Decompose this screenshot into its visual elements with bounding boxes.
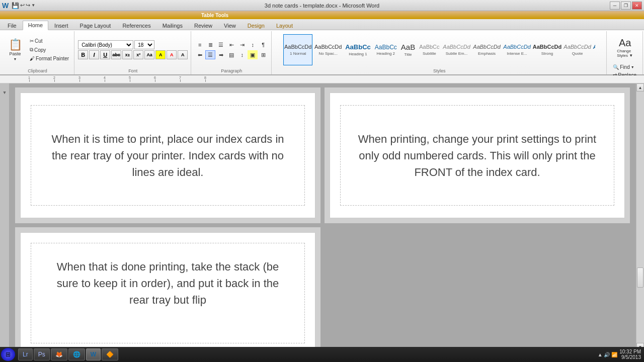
scroll-thumb[interactable] xyxy=(637,267,643,288)
chrome-icon: 🌐 xyxy=(73,351,80,358)
increase-indent-button[interactable]: ⇥ xyxy=(237,40,247,49)
text-highlight-button[interactable]: A xyxy=(155,50,166,59)
style-heading2-label: Heading 2 xyxy=(377,51,395,56)
tab-view[interactable]: View xyxy=(218,21,242,30)
save-icon[interactable]: 💾 xyxy=(12,2,19,9)
tab-design[interactable]: Design xyxy=(242,21,270,30)
window-title: 3d note cards - template.docx - Microsof… xyxy=(265,3,379,9)
word-icon: W xyxy=(2,2,9,10)
numbering-button[interactable]: ≣ xyxy=(205,40,215,49)
style-heading1[interactable]: AaBbCc Heading 1 xyxy=(344,34,372,65)
strikethrough-button[interactable]: abc xyxy=(111,50,121,59)
copy-button[interactable]: ⧉ Copy xyxy=(28,46,71,54)
show-marks-button[interactable]: ¶ xyxy=(258,40,268,49)
index-card-3[interactable]: When that is done printing, take the sta… xyxy=(20,232,315,351)
line-spacing-button[interactable]: ↕ xyxy=(237,50,247,59)
tab-insert[interactable]: Insert xyxy=(49,21,74,30)
align-right-button[interactable]: ➡ xyxy=(216,50,226,59)
redo-icon[interactable]: ↪ xyxy=(26,2,30,9)
word-taskbar-icon: W xyxy=(91,351,96,358)
style-quote[interactable]: AaBbCcDd Quote xyxy=(563,34,592,65)
paste-button[interactable]: 📋 Paste ▼ xyxy=(4,35,26,65)
style-strong[interactable]: AaBbCcDd Strong xyxy=(533,34,562,65)
change-case-button[interactable]: Aa xyxy=(144,50,154,59)
cut-button[interactable]: ✂ Cut xyxy=(28,37,71,45)
align-left-button[interactable]: ⬅ xyxy=(195,50,205,59)
font-name-dropdown[interactable]: Calibri (Body) xyxy=(78,40,133,49)
style-title[interactable]: AaB Title xyxy=(399,34,417,65)
scroll-up-button[interactable]: ▲ xyxy=(636,83,644,92)
scroll-track[interactable] xyxy=(636,92,644,343)
underline-button[interactable]: U xyxy=(100,50,110,59)
styles-group: AaBbCcDd 1 Normal AaBbCcDd No Spac... Aa… xyxy=(272,31,607,74)
borders-button[interactable]: ⊞ xyxy=(258,50,268,59)
find-button[interactable]: 🔍 Find ▼ xyxy=(610,63,639,71)
style-heading1-label: Heading 1 xyxy=(349,52,367,56)
justify-button[interactable]: ▤ xyxy=(226,50,236,59)
tab-file[interactable]: File xyxy=(2,21,22,30)
taskbar: ⊞ Lr Ps 🦊 🌐 W 🔶 ▲ 🔊 📶 10:32 PM 9/5/2013 xyxy=(0,347,644,362)
style-heading2[interactable]: AaBbCc Heading 2 xyxy=(373,34,398,65)
style-normal[interactable]: AaBbCcDd 1 Normal xyxy=(283,34,312,65)
style-intense-q[interactable]: AaBbCcDd Intense Q... xyxy=(593,34,596,65)
format-painter-icon: 🖌 xyxy=(30,56,35,61)
format-painter-button[interactable]: 🖌 Format Painter xyxy=(28,55,71,62)
align-center-button[interactable]: ☰ xyxy=(205,50,215,59)
style-quote-preview: AaBbCcDd xyxy=(564,44,591,50)
shading-button[interactable]: ▣ xyxy=(248,50,258,59)
taskbar-chrome[interactable]: 🌐 xyxy=(68,348,85,360)
index-card-2[interactable]: When printing, change your print setting… xyxy=(330,93,625,218)
context-tab-label: Table Tools xyxy=(201,13,228,18)
tab-layout[interactable]: Layout xyxy=(271,21,298,30)
tab-home[interactable]: Home xyxy=(23,21,48,30)
taskbar-lightroom[interactable]: Lr xyxy=(18,348,33,360)
paste-dropdown[interactable]: ▼ xyxy=(14,57,17,61)
style-emphasis[interactable]: AaBbCcDd Emphasis xyxy=(472,34,502,65)
editing-group: Aa ChangeStyles ▼ 🔍 Find ▼ ⇄ Replace ⬚ S… xyxy=(607,31,643,74)
taskbar-word[interactable]: W xyxy=(86,348,101,360)
font-label: Font xyxy=(128,67,137,73)
clear-format-button[interactable]: A xyxy=(178,50,188,59)
multilevel-list-button[interactable]: ☰ xyxy=(216,40,226,49)
start-button[interactable]: ⊞ xyxy=(1,348,15,361)
superscript-button[interactable]: x² xyxy=(133,50,143,59)
tab-mailings[interactable]: Mailings xyxy=(157,21,188,30)
tab-references[interactable]: References xyxy=(117,21,156,30)
style-title-preview: AaB xyxy=(401,43,415,52)
styles-content: AaBbCcDd 1 Normal AaBbCcDd No Spac... Aa… xyxy=(283,32,595,67)
sort-button[interactable]: ↕ xyxy=(248,40,258,49)
style-subtle-em[interactable]: AaBbCcDd Subtle Em... xyxy=(442,34,471,65)
document-area[interactable]: When it is time to print, place our inde… xyxy=(9,83,636,351)
index-card-1[interactable]: When it is time to print, place our inde… xyxy=(20,93,315,218)
vertical-scrollbar[interactable]: ▲ ▼ xyxy=(636,83,644,351)
style-subtitle[interactable]: AaBbCc Subtitle xyxy=(418,34,441,65)
undo-icon[interactable]: ↩ xyxy=(20,2,25,9)
taskbar-firefox[interactable]: 🦊 xyxy=(51,348,67,360)
card-page-3: When that is done printing, take the sta… xyxy=(15,227,320,351)
style-no-spacing[interactable]: AaBbCcDd No Spac... xyxy=(313,34,343,65)
decrease-indent-button[interactable]: ⇤ xyxy=(226,40,236,49)
taskbar-photoshop[interactable]: Ps xyxy=(34,348,50,360)
font-size-dropdown[interactable]: 18 xyxy=(134,40,154,49)
card-page-1: When it is time to print, place our inde… xyxy=(15,87,320,223)
taskbar-vlc[interactable]: 🔶 xyxy=(102,348,118,360)
bullets-button[interactable]: ≡ xyxy=(195,40,205,49)
change-styles-button[interactable]: Aa ChangeStyles ▼ xyxy=(615,32,635,62)
subscript-button[interactable]: x₂ xyxy=(122,50,132,59)
close-button[interactable]: ✕ xyxy=(632,2,642,10)
tab-page-layout[interactable]: Page Layout xyxy=(74,21,117,30)
time: 10:32 PM xyxy=(619,349,641,354)
restore-button[interactable]: ❐ xyxy=(621,2,631,10)
ribbon: 📋 Paste ▼ ✂ Cut ⧉ Copy 🖌 Format Painter xyxy=(0,30,644,75)
minimize-button[interactable]: ─ xyxy=(610,2,620,10)
dropdown-icon[interactable]: ▼ xyxy=(31,3,35,8)
style-subtle-em-preview: AaBbCcDd xyxy=(443,44,470,50)
tab-review[interactable]: Review xyxy=(189,21,218,30)
italic-button[interactable]: I xyxy=(89,50,99,59)
font-color-button[interactable]: A xyxy=(167,50,177,59)
style-intense-em[interactable]: AaBbCcDd Intense E... xyxy=(503,34,532,65)
style-no-spacing-label: No Spac... xyxy=(319,51,338,56)
font-format-buttons: B I U abc x₂ x² Aa A A A xyxy=(78,50,188,59)
paragraph-buttons: ≡ ≣ ☰ ⇤ ⇥ ↕ ¶ ⬅ ☰ ➡ ▤ ↕ ▣ ⊞ xyxy=(195,40,268,59)
bold-button[interactable]: B xyxy=(78,50,88,59)
